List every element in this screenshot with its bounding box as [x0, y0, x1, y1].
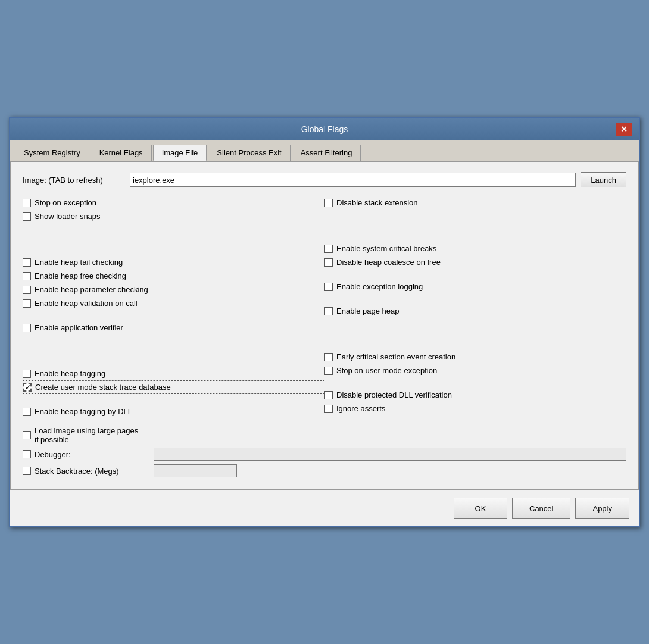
cb-label-enable-heap-free: Enable heap free checking: [35, 271, 126, 280]
tab-system-registry[interactable]: System Registry: [15, 145, 89, 161]
cb-label-enable-heap-tagging: Enable heap tagging: [35, 369, 105, 378]
cb-label-stop-user-mode: Stop on user mode exception: [336, 366, 437, 375]
image-row: Image: (TAB to refresh) Launch: [23, 172, 626, 187]
tab-kernel-flags[interactable]: Kernel Flags: [91, 145, 152, 161]
launch-button[interactable]: Launch: [581, 172, 626, 187]
cb-enable-app-verifier[interactable]: Enable application verifier: [23, 321, 324, 334]
cb-ignore-asserts[interactable]: Ignore asserts: [324, 402, 626, 415]
cb-label-disable-stack-ext: Disable stack extension: [336, 198, 418, 207]
cb-enable-heap-tail[interactable]: Enable heap tail checking: [23, 255, 324, 269]
title-bar: Global Flags ✕: [10, 118, 639, 140]
cb-label-disable-heap-coal: Disable heap coalesce on free: [336, 258, 441, 267]
image-label: Image: (TAB to refresh): [23, 176, 130, 185]
flags-col-right: Disable stack extension Enable system cr…: [324, 196, 626, 418]
footer: OK Cancel Apply: [10, 489, 639, 526]
cb-label-load-large-pages: Load image using large pages if possible: [35, 426, 142, 444]
cb-enable-heap-valid[interactable]: Enable heap validation on call: [23, 296, 324, 310]
cb-label-ignore-asserts: Ignore asserts: [336, 404, 385, 413]
stack-backtrace-input[interactable]: [154, 464, 237, 477]
window-title: Global Flags: [33, 124, 616, 134]
cb-label-enable-page-heap: Enable page heap: [336, 307, 400, 315]
cb-enable-heap-free[interactable]: Enable heap free checking: [23, 269, 324, 283]
cb-disable-heap-coal[interactable]: Disable heap coalesce on free: [324, 255, 626, 269]
cb-label-enable-sys-critical: Enable system critical breaks: [336, 244, 436, 253]
global-flags-dialog: Global Flags ✕ System Registry Kernel Fl…: [9, 117, 640, 527]
cb-enable-sys-critical[interactable]: Enable system critical breaks: [324, 242, 626, 255]
cb-label-enable-heap-tagging-dll: Enable heap tagging by DLL: [35, 407, 132, 416]
field-stack-backtrace: Stack Backtrace: (Megs): [23, 462, 626, 479]
flags-col-left: Stop on exception Show loader snaps Enab…: [23, 196, 324, 418]
cb-disable-stack-ext[interactable]: Disable stack extension: [324, 196, 626, 210]
apply-button[interactable]: Apply: [575, 498, 629, 519]
tab-image-file[interactable]: Image File: [153, 145, 207, 161]
cb-label-show-loader-snaps: Show loader snaps: [35, 212, 101, 221]
cb-label-enable-exception-log: Enable exception logging: [336, 282, 423, 291]
cb-debugger[interactable]: [23, 450, 31, 458]
field-load-large-pages: Load image using large pages if possible: [23, 424, 626, 446]
cb-stop-on-exception[interactable]: Stop on exception: [23, 196, 324, 210]
cb-label-stop-on-exception: Stop on exception: [35, 198, 96, 207]
cb-load-large-pages[interactable]: [23, 431, 31, 439]
content-area: Image: (TAB to refresh) Launch Stop on e…: [10, 162, 639, 489]
cb-label-stack-backtrace: Stack Backtrace: (Megs): [35, 467, 119, 476]
ok-button[interactable]: OK: [454, 498, 507, 519]
cb-label-disable-protected-dll: Disable protected DLL verification: [336, 390, 452, 399]
debugger-input[interactable]: [154, 448, 626, 461]
close-button[interactable]: ✕: [616, 123, 632, 136]
cb-label-enable-heap-tail: Enable heap tail checking: [35, 258, 123, 267]
cb-stack-backtrace[interactable]: [23, 467, 31, 475]
cb-enable-heap-tagging-dll[interactable]: Enable heap tagging by DLL: [23, 405, 324, 418]
cb-stop-user-mode[interactable]: Stop on user mode exception: [324, 364, 626, 377]
field-debugger: Debugger:: [23, 446, 626, 462]
cb-label-enable-heap-param: Enable heap parameter checking: [35, 285, 148, 294]
tab-assert-filtering[interactable]: Assert Filtering: [292, 145, 361, 161]
cancel-button[interactable]: Cancel: [512, 498, 570, 519]
cb-label-enable-app-verifier: Enable application verifier: [35, 323, 123, 332]
cb-label-debugger: Debugger:: [35, 450, 71, 459]
cb-enable-exception-log[interactable]: Enable exception logging: [324, 280, 626, 293]
cb-label-early-critical: Early critical section event creation: [336, 352, 455, 361]
cb-enable-page-heap[interactable]: Enable page heap: [324, 304, 626, 318]
cb-label-enable-heap-valid: Enable heap validation on call: [35, 299, 138, 308]
flags-grid: Stop on exception Show loader snaps Enab…: [23, 196, 626, 418]
cb-enable-heap-param[interactable]: Enable heap parameter checking: [23, 283, 324, 296]
cb-enable-heap-tagging[interactable]: Enable heap tagging: [23, 367, 324, 380]
cb-early-critical[interactable]: Early critical section event creation: [324, 350, 626, 364]
bottom-fields: Load image using large pages if possible…: [23, 424, 626, 479]
tab-silent-process-exit[interactable]: Silent Process Exit: [208, 145, 290, 161]
cb-show-loader-snaps[interactable]: Show loader snaps: [23, 210, 324, 223]
tab-bar: System Registry Kernel Flags Image File …: [10, 140, 639, 162]
cb-label-create-user-mode: Create user mode stack trace database: [35, 383, 171, 392]
cb-create-user-mode[interactable]: Create user mode stack trace database: [23, 380, 324, 394]
cb-disable-protected-dll[interactable]: Disable protected DLL verification: [324, 388, 626, 402]
image-input[interactable]: [130, 173, 576, 187]
